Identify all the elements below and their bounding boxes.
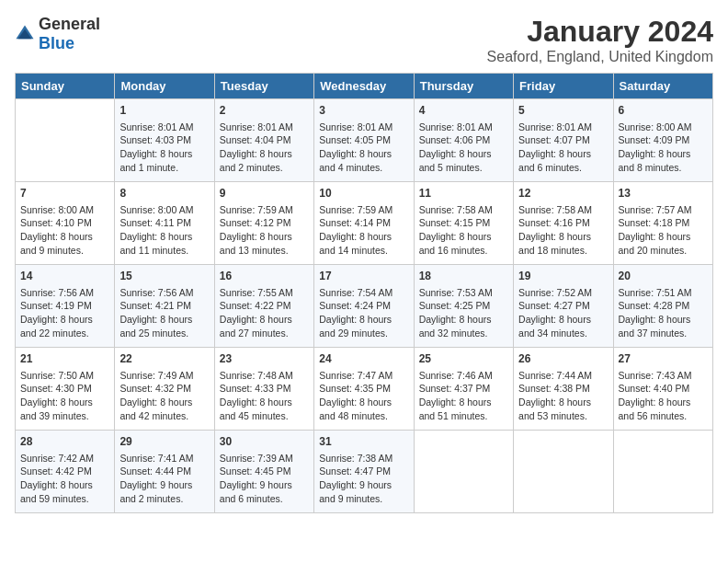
day-info-line: Sunset: 4:22 PM	[220, 300, 291, 311]
calendar-cell: 20Sunrise: 7:51 AMSunset: 4:28 PMDayligh…	[613, 265, 712, 348]
day-info-line: Sunrise: 7:56 AM	[20, 287, 94, 298]
calendar-cell: 17Sunrise: 7:54 AMSunset: 4:24 PMDayligh…	[314, 265, 414, 348]
day-info-line: and 5 minutes.	[419, 162, 483, 173]
logo-general: General	[39, 15, 100, 33]
day-info-line: Sunset: 4:33 PM	[220, 383, 291, 394]
day-info-line: Sunrise: 8:00 AM	[119, 204, 193, 215]
header-day-wednesday: Wednesday	[314, 74, 414, 99]
day-info-line: Daylight: 8 hours	[119, 314, 192, 325]
day-info-line: and 37 minutes.	[619, 327, 688, 339]
calendar-cell: 26Sunrise: 7:44 AMSunset: 4:38 PMDayligh…	[514, 348, 613, 431]
day-number: 30	[220, 434, 309, 450]
day-info-line: and 48 minutes.	[319, 410, 388, 421]
calendar-cell: 18Sunrise: 7:53 AMSunset: 4:25 PMDayligh…	[414, 265, 513, 348]
day-info-line: and 13 minutes.	[220, 245, 289, 256]
header-row: SundayMondayTuesdayWednesdayThursdayFrid…	[16, 74, 713, 99]
day-info-line: and 6 minutes.	[220, 493, 283, 504]
day-info-line: and 27 minutes.	[220, 327, 289, 339]
day-info-line: Daylight: 8 hours	[20, 314, 93, 325]
day-info-line: Daylight: 8 hours	[319, 148, 392, 159]
day-info-line: and 39 minutes.	[20, 410, 89, 421]
month-title: January 2024	[487, 15, 713, 49]
calendar-cell: 5Sunrise: 8:01 AMSunset: 4:07 PMDaylight…	[514, 99, 613, 182]
day-info-line: and 34 minutes.	[518, 327, 587, 339]
day-number: 25	[419, 351, 508, 367]
day-info-line: Sunrise: 7:39 AM	[220, 453, 293, 464]
day-number: 1	[119, 103, 209, 119]
calendar-cell: 22Sunrise: 7:49 AMSunset: 4:32 PMDayligh…	[115, 348, 214, 431]
day-info-line: Sunrise: 7:38 AM	[319, 453, 392, 464]
day-number: 20	[619, 269, 708, 284]
calendar-cell: 7Sunrise: 8:00 AMSunset: 4:10 PMDaylight…	[16, 182, 115, 265]
day-info-line: Sunset: 4:10 PM	[20, 217, 92, 228]
day-info-line: Sunrise: 7:58 AM	[419, 204, 493, 215]
day-number: 22	[119, 351, 209, 367]
calendar-cell: 14Sunrise: 7:56 AMSunset: 4:19 PMDayligh…	[16, 265, 115, 348]
day-info-line: and 16 minutes.	[419, 245, 488, 256]
day-number: 5	[518, 103, 608, 119]
day-info-line: Sunset: 4:30 PM	[20, 383, 92, 394]
day-info-line: Sunrise: 7:48 AM	[220, 370, 293, 381]
day-info-line: Daylight: 9 hours	[119, 479, 192, 490]
day-info-line: Sunrise: 7:54 AM	[319, 287, 392, 298]
day-number: 2	[220, 103, 309, 119]
day-info-line: Sunrise: 7:47 AM	[319, 370, 392, 381]
day-info-line: Sunrise: 7:49 AM	[119, 370, 193, 381]
day-info-line: Sunrise: 7:56 AM	[119, 287, 193, 298]
day-info-line: Sunrise: 7:44 AM	[518, 370, 592, 381]
calendar-cell	[613, 431, 712, 513]
calendar-cell: 16Sunrise: 7:55 AMSunset: 4:22 PMDayligh…	[214, 265, 313, 348]
calendar-cell: 9Sunrise: 7:59 AMSunset: 4:12 PMDaylight…	[214, 182, 313, 265]
page-header: General Blue January 2024 Seaford, Engla…	[15, 15, 713, 65]
day-info-line: and 1 minute.	[119, 162, 178, 173]
day-number: 13	[619, 186, 708, 201]
day-info-line: Sunset: 4:32 PM	[119, 383, 191, 394]
day-info-line: Sunset: 4:47 PM	[319, 465, 391, 477]
calendar-week-4: 21Sunrise: 7:50 AMSunset: 4:30 PMDayligh…	[16, 348, 713, 431]
day-number: 26	[518, 351, 608, 367]
day-info-line: and 45 minutes.	[220, 410, 289, 421]
calendar-cell: 1Sunrise: 8:01 AMSunset: 4:03 PMDaylight…	[115, 99, 214, 182]
day-info-line: and 22 minutes.	[20, 327, 89, 339]
title-block: January 2024 Seaford, England, United Ki…	[487, 15, 713, 65]
calendar-cell: 2Sunrise: 8:01 AMSunset: 4:04 PMDaylight…	[214, 99, 313, 182]
calendar-table: SundayMondayTuesdayWednesdayThursdayFrid…	[15, 73, 713, 513]
day-info-line: Sunrise: 8:01 AM	[419, 121, 493, 132]
day-info-line: and 18 minutes.	[518, 245, 587, 256]
day-number: 29	[119, 434, 209, 450]
calendar-cell: 19Sunrise: 7:52 AMSunset: 4:27 PMDayligh…	[514, 265, 613, 348]
day-info-line: Sunset: 4:06 PM	[419, 134, 491, 145]
header-day-thursday: Thursday	[414, 74, 513, 99]
day-info-line: and 2 minutes.	[119, 493, 183, 504]
day-number: 8	[119, 186, 209, 201]
calendar-week-3: 14Sunrise: 7:56 AMSunset: 4:19 PMDayligh…	[16, 265, 713, 348]
day-info-line: Sunrise: 7:51 AM	[619, 287, 692, 298]
day-info-line: Sunset: 4:27 PM	[518, 300, 590, 311]
day-info-line: Sunrise: 7:50 AM	[20, 370, 94, 381]
calendar-cell	[414, 431, 513, 513]
calendar-cell: 12Sunrise: 7:58 AMSunset: 4:16 PMDayligh…	[514, 182, 613, 265]
day-info-line: and 6 minutes.	[518, 162, 582, 173]
day-number: 28	[20, 434, 109, 450]
day-info-line: Sunset: 4:40 PM	[619, 383, 690, 394]
day-info-line: Sunrise: 7:58 AM	[518, 204, 592, 215]
day-info-line: Daylight: 8 hours	[220, 148, 292, 159]
day-info-line: Sunset: 4:11 PM	[119, 217, 191, 228]
day-info-line: Sunset: 4:05 PM	[319, 134, 391, 145]
day-info-line: Sunset: 4:18 PM	[619, 217, 690, 228]
day-info-line: Sunset: 4:21 PM	[119, 300, 191, 311]
day-info-line: and 9 minutes.	[319, 493, 382, 504]
day-info-line: Sunset: 4:12 PM	[220, 217, 291, 228]
day-info-line: Sunset: 4:19 PM	[20, 300, 92, 311]
day-info-line: Daylight: 8 hours	[319, 314, 392, 325]
day-info-line: Daylight: 8 hours	[319, 231, 392, 242]
header-day-monday: Monday	[115, 74, 214, 99]
day-info-line: Sunset: 4:03 PM	[119, 134, 191, 145]
day-info-line: Daylight: 8 hours	[619, 396, 691, 408]
day-number: 24	[319, 351, 408, 367]
day-info-line: Daylight: 8 hours	[518, 148, 591, 159]
calendar-cell: 10Sunrise: 7:59 AMSunset: 4:14 PMDayligh…	[314, 182, 414, 265]
day-info-line: Daylight: 8 hours	[419, 148, 492, 159]
day-info-line: Sunrise: 7:55 AM	[220, 287, 293, 298]
day-info-line: Sunrise: 8:00 AM	[619, 121, 692, 132]
